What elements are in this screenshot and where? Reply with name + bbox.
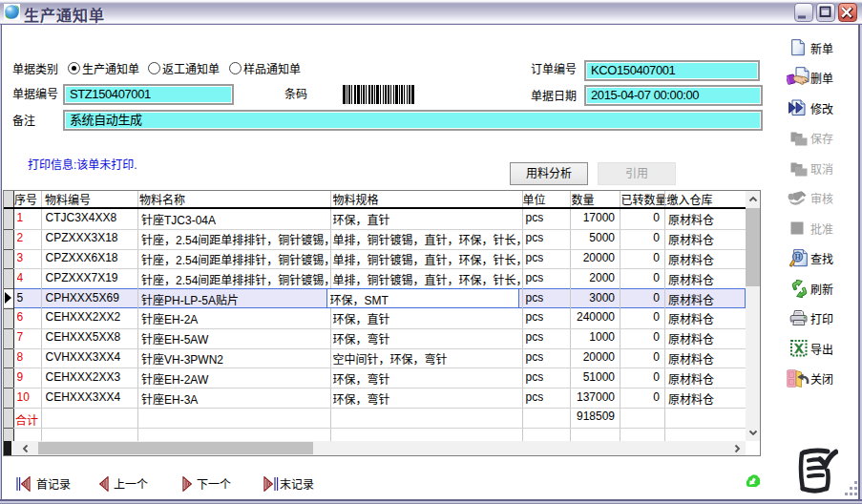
svg-text:H: H — [794, 253, 800, 262]
